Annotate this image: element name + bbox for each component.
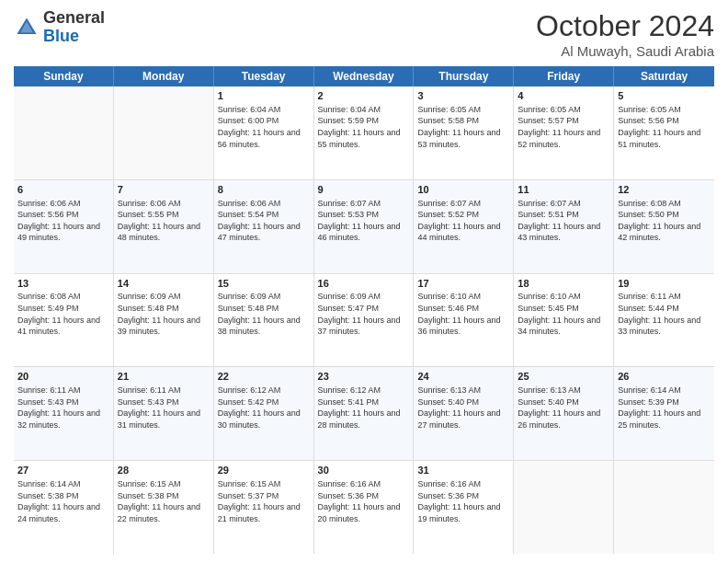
- day-number: 8: [218, 183, 310, 197]
- cell-info: Sunrise: 6:13 AMSunset: 5:40 PMDaylight:…: [417, 385, 509, 431]
- calendar-cell: [514, 461, 614, 554]
- month-title: October 2024: [536, 9, 714, 43]
- calendar-cell: 16Sunrise: 6:09 AMSunset: 5:47 PMDayligh…: [314, 274, 415, 367]
- day-number: 23: [318, 370, 410, 384]
- calendar-cell: 6Sunrise: 6:06 AMSunset: 5:56 PMDaylight…: [14, 180, 114, 273]
- calendar-header: SundayMondayTuesdayWednesdayThursdayFrid…: [14, 66, 714, 86]
- calendar-row: 20Sunrise: 6:11 AMSunset: 5:43 PMDayligh…: [14, 367, 714, 461]
- day-number: 29: [218, 464, 310, 477]
- cell-info: Sunrise: 6:07 AMSunset: 5:52 PMDaylight:…: [417, 198, 509, 244]
- day-number: 6: [17, 183, 109, 197]
- day-number: 16: [318, 277, 410, 291]
- page: General Blue October 2024 Al Muwayh, Sau…: [0, 0, 728, 563]
- calendar-cell: 25Sunrise: 6:13 AMSunset: 5:40 PMDayligh…: [514, 367, 614, 460]
- calendar: SundayMondayTuesdayWednesdayThursdayFrid…: [14, 66, 714, 554]
- day-number: 1: [218, 89, 310, 103]
- calendar-row: 1Sunrise: 6:04 AMSunset: 6:00 PMDaylight…: [14, 86, 714, 180]
- day-number: 26: [618, 370, 711, 384]
- calendar-cell: 26Sunrise: 6:14 AMSunset: 5:39 PMDayligh…: [614, 367, 714, 460]
- calendar-cell: 8Sunrise: 6:06 AMSunset: 5:54 PMDaylight…: [214, 180, 314, 273]
- calendar-cell: 10Sunrise: 6:07 AMSunset: 5:52 PMDayligh…: [414, 180, 514, 273]
- header: General Blue October 2024 Al Muwayh, Sau…: [14, 9, 714, 59]
- calendar-cell: 23Sunrise: 6:12 AMSunset: 5:41 PMDayligh…: [314, 367, 415, 460]
- calendar-cell: 22Sunrise: 6:12 AMSunset: 5:42 PMDayligh…: [214, 367, 314, 460]
- calendar-header-cell: Saturday: [614, 66, 714, 86]
- calendar-cell: [614, 461, 714, 554]
- calendar-row: 27Sunrise: 6:14 AMSunset: 5:38 PMDayligh…: [14, 461, 714, 554]
- cell-info: Sunrise: 6:04 AMSunset: 6:00 PMDaylight:…: [218, 104, 310, 150]
- calendar-cell: 19Sunrise: 6:11 AMSunset: 5:44 PMDayligh…: [614, 274, 714, 367]
- cell-info: Sunrise: 6:09 AMSunset: 5:48 PMDaylight:…: [118, 291, 210, 337]
- calendar-header-cell: Wednesday: [314, 66, 415, 86]
- calendar-header-cell: Sunday: [14, 66, 114, 86]
- calendar-cell: 11Sunrise: 6:07 AMSunset: 5:51 PMDayligh…: [514, 180, 614, 273]
- cell-info: Sunrise: 6:16 AMSunset: 5:36 PMDaylight:…: [417, 478, 509, 524]
- day-number: 11: [518, 183, 609, 197]
- calendar-header-cell: Thursday: [414, 66, 514, 86]
- cell-info: Sunrise: 6:05 AMSunset: 5:57 PMDaylight:…: [518, 104, 609, 150]
- day-number: 24: [417, 370, 509, 384]
- day-number: 3: [417, 89, 509, 103]
- cell-info: Sunrise: 6:06 AMSunset: 5:56 PMDaylight:…: [17, 198, 109, 244]
- calendar-cell: 31Sunrise: 6:16 AMSunset: 5:36 PMDayligh…: [414, 461, 514, 554]
- day-number: 25: [518, 370, 609, 384]
- calendar-cell: 4Sunrise: 6:05 AMSunset: 5:57 PMDaylight…: [514, 86, 614, 179]
- day-number: 9: [318, 183, 410, 197]
- day-number: 7: [118, 183, 210, 197]
- calendar-cell: 21Sunrise: 6:11 AMSunset: 5:43 PMDayligh…: [114, 367, 214, 460]
- calendar-cell: 30Sunrise: 6:16 AMSunset: 5:36 PMDayligh…: [314, 461, 415, 554]
- cell-info: Sunrise: 6:05 AMSunset: 5:56 PMDaylight:…: [618, 104, 711, 150]
- calendar-cell: 5Sunrise: 6:05 AMSunset: 5:56 PMDaylight…: [614, 86, 714, 179]
- cell-info: Sunrise: 6:16 AMSunset: 5:36 PMDaylight:…: [318, 478, 410, 524]
- day-number: 12: [618, 183, 711, 197]
- cell-info: Sunrise: 6:09 AMSunset: 5:47 PMDaylight:…: [318, 291, 410, 337]
- calendar-header-cell: Tuesday: [214, 66, 314, 86]
- calendar-cell: 24Sunrise: 6:13 AMSunset: 5:40 PMDayligh…: [414, 367, 514, 460]
- calendar-cell: 29Sunrise: 6:15 AMSunset: 5:37 PMDayligh…: [214, 461, 314, 554]
- calendar-header-cell: Friday: [514, 66, 614, 86]
- cell-info: Sunrise: 6:13 AMSunset: 5:40 PMDaylight:…: [518, 385, 609, 431]
- calendar-cell: 3Sunrise: 6:05 AMSunset: 5:58 PMDaylight…: [414, 86, 514, 179]
- calendar-header-cell: Monday: [114, 66, 214, 86]
- day-number: 19: [618, 277, 711, 291]
- cell-info: Sunrise: 6:15 AMSunset: 5:37 PMDaylight:…: [218, 478, 310, 524]
- day-number: 18: [518, 277, 609, 291]
- cell-info: Sunrise: 6:05 AMSunset: 5:58 PMDaylight:…: [417, 104, 509, 150]
- calendar-row: 6Sunrise: 6:06 AMSunset: 5:56 PMDaylight…: [14, 180, 714, 274]
- cell-info: Sunrise: 6:11 AMSunset: 5:44 PMDaylight:…: [618, 291, 711, 337]
- cell-info: Sunrise: 6:04 AMSunset: 5:59 PMDaylight:…: [318, 104, 410, 150]
- day-number: 10: [417, 183, 509, 197]
- cell-info: Sunrise: 6:12 AMSunset: 5:42 PMDaylight:…: [218, 385, 310, 431]
- logo-icon: [14, 15, 40, 40]
- day-number: 5: [618, 89, 711, 103]
- calendar-cell: [14, 86, 114, 179]
- cell-info: Sunrise: 6:11 AMSunset: 5:43 PMDaylight:…: [17, 385, 109, 431]
- day-number: 2: [318, 89, 410, 103]
- calendar-body: 1Sunrise: 6:04 AMSunset: 6:00 PMDaylight…: [14, 86, 714, 554]
- calendar-cell: 14Sunrise: 6:09 AMSunset: 5:48 PMDayligh…: [114, 274, 214, 367]
- logo-blue: Blue: [43, 27, 79, 45]
- cell-info: Sunrise: 6:06 AMSunset: 5:54 PMDaylight:…: [218, 198, 310, 244]
- logo-general: General: [43, 8, 105, 27]
- calendar-cell: 9Sunrise: 6:07 AMSunset: 5:53 PMDaylight…: [314, 180, 415, 273]
- calendar-cell: 28Sunrise: 6:15 AMSunset: 5:38 PMDayligh…: [114, 461, 214, 554]
- calendar-cell: 27Sunrise: 6:14 AMSunset: 5:38 PMDayligh…: [14, 461, 114, 554]
- day-number: 17: [417, 277, 509, 291]
- location: Al Muwayh, Saudi Arabia: [536, 43, 714, 59]
- day-number: 15: [218, 277, 310, 291]
- day-number: 14: [118, 277, 210, 291]
- cell-info: Sunrise: 6:11 AMSunset: 5:43 PMDaylight:…: [118, 385, 210, 431]
- calendar-cell: 1Sunrise: 6:04 AMSunset: 6:00 PMDaylight…: [214, 86, 314, 179]
- calendar-cell: 12Sunrise: 6:08 AMSunset: 5:50 PMDayligh…: [614, 180, 714, 273]
- calendar-cell: 20Sunrise: 6:11 AMSunset: 5:43 PMDayligh…: [14, 367, 114, 460]
- calendar-cell: 15Sunrise: 6:09 AMSunset: 5:48 PMDayligh…: [214, 274, 314, 367]
- cell-info: Sunrise: 6:14 AMSunset: 5:38 PMDaylight:…: [17, 478, 109, 524]
- cell-info: Sunrise: 6:08 AMSunset: 5:50 PMDaylight:…: [618, 198, 711, 244]
- day-number: 20: [17, 370, 109, 384]
- calendar-cell: 17Sunrise: 6:10 AMSunset: 5:46 PMDayligh…: [414, 274, 514, 367]
- calendar-cell: 7Sunrise: 6:06 AMSunset: 5:55 PMDaylight…: [114, 180, 214, 273]
- day-number: 27: [17, 464, 109, 477]
- title-block: October 2024 Al Muwayh, Saudi Arabia: [536, 9, 714, 59]
- cell-info: Sunrise: 6:06 AMSunset: 5:55 PMDaylight:…: [118, 198, 210, 244]
- day-number: 28: [118, 464, 210, 477]
